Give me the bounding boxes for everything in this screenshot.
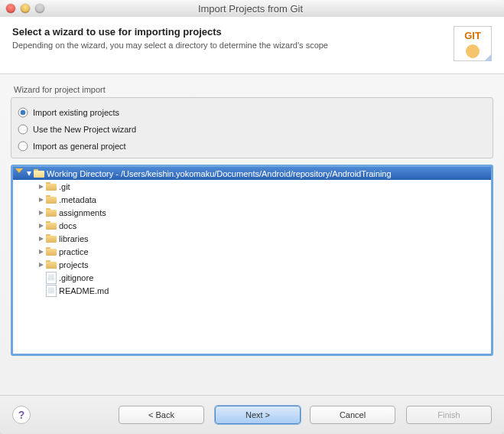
radio-label: Use the New Project wizard [33, 125, 136, 134]
radio-group: Import existing projects Use the New Pro… [11, 97, 493, 158]
tree-row[interactable]: libraries [13, 232, 491, 245]
banner-heading: Select a wizard to use for importing pro… [12, 26, 454, 38]
close-icon[interactable] [6, 4, 15, 13]
tree-row-label: .metadata [59, 195, 96, 204]
tree-row[interactable]: practice [13, 245, 491, 258]
tree-row[interactable]: README.md [13, 284, 491, 297]
tree-row-label: .gitignore [59, 273, 93, 282]
disclosure-closed-icon[interactable] [37, 262, 45, 268]
titlebar: Import Projects from Git [0, 0, 504, 18]
footer: ? < Back Next > Cancel Finish [0, 395, 504, 434]
folder-icon [45, 247, 57, 256]
tree-row-label: docs [59, 221, 76, 230]
minimize-icon[interactable] [21, 4, 30, 13]
folder-icon [45, 234, 57, 243]
file-icon [45, 272, 57, 284]
tree-row-root[interactable]: Working Directory - /Users/keishin.yokom… [13, 167, 491, 180]
folder-icon [45, 208, 57, 217]
folder-icon [45, 182, 57, 191]
tree-row-label: README.md [59, 286, 109, 295]
finish-button: Finish [406, 406, 492, 424]
disclosure-closed-icon[interactable] [37, 223, 45, 229]
window-controls [6, 4, 44, 13]
banner: Select a wizard to use for importing pro… [0, 17, 504, 74]
radio-label: Import existing projects [33, 108, 119, 117]
tree-row-label: practice [59, 247, 89, 256]
next-button[interactable]: Next > [215, 406, 301, 424]
tree-row[interactable]: assignments [13, 206, 491, 219]
disclosure-open-icon[interactable] [25, 171, 33, 177]
tree-row[interactable]: .git [13, 180, 491, 193]
svg-point-3 [18, 142, 28, 151]
tree-row[interactable]: .metadata [13, 193, 491, 206]
radio-general-project[interactable]: Import as general project [16, 138, 488, 155]
tree-row[interactable]: projects [13, 258, 491, 271]
file-icon [45, 285, 57, 297]
cancel-button[interactable]: Cancel [310, 406, 395, 424]
radio-on-icon [18, 107, 28, 118]
radio-new-project[interactable]: Use the New Project wizard [16, 121, 488, 138]
tree-row-label: libraries [59, 234, 89, 243]
tree-row[interactable]: docs [13, 219, 491, 232]
folder-icon [45, 260, 57, 269]
git-badge-icon: GIT [454, 26, 492, 61]
radio-import-existing[interactable]: Import existing projects [16, 104, 488, 121]
help-button[interactable]: ? [12, 406, 31, 424]
disclosure-closed-icon[interactable] [37, 249, 45, 255]
folder-icon [45, 195, 57, 204]
banner-sub: Depending on the wizard, you may select … [12, 41, 454, 50]
back-button[interactable]: < Back [119, 406, 204, 424]
disclosure-closed-icon[interactable] [37, 184, 45, 190]
svg-point-2 [18, 125, 28, 134]
tree-row[interactable]: .gitignore [13, 271, 491, 284]
disclosure-closed-icon[interactable] [37, 236, 45, 242]
tree-row-label: assignments [59, 208, 106, 217]
disclosure-closed-icon[interactable] [37, 210, 45, 216]
disclosure-closed-icon[interactable] [37, 197, 45, 203]
radio-off-icon [18, 141, 28, 152]
folder-icon [45, 221, 57, 230]
window-title: Import Projects from Git [44, 3, 457, 15]
group-label: Wizard for project import [14, 85, 493, 94]
radio-label: Import as general project [33, 142, 126, 151]
radio-off-icon [18, 124, 28, 135]
svg-point-1 [21, 110, 26, 116]
zoom-icon[interactable] [35, 4, 44, 13]
folder-open-icon [33, 169, 45, 178]
directory-tree[interactable]: Working Directory - /Users/keishin.yokom… [11, 165, 493, 356]
tree-row-label: projects [59, 260, 89, 269]
tree-row-label: .git [59, 182, 70, 191]
tree-row-label: Working Directory - /Users/keishin.yokom… [47, 169, 392, 178]
